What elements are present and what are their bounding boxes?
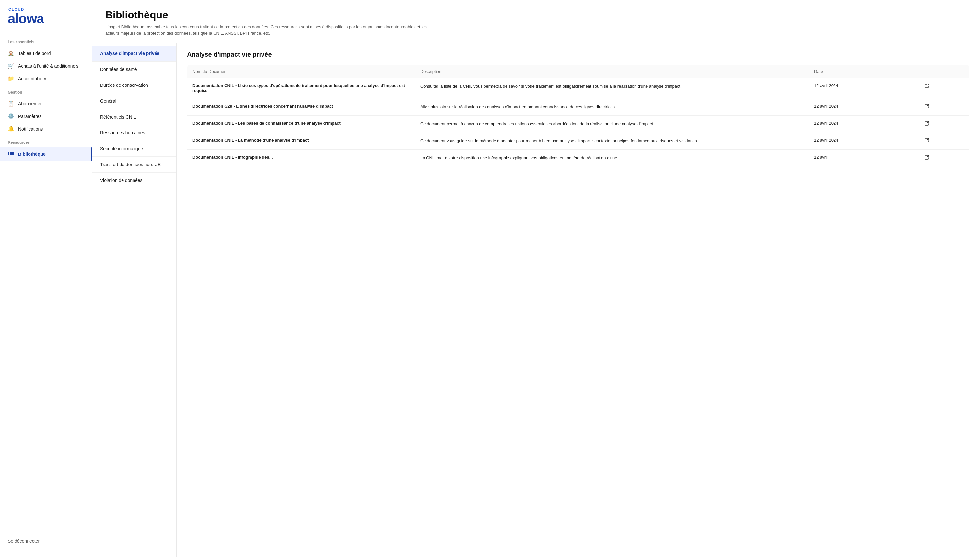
- sidebar-item-label: Accountability: [18, 76, 46, 81]
- category-item-analyse-impact[interactable]: Analyse d'impact vie privée: [92, 46, 176, 62]
- table-row: Documentation CNIL - Les bases de connai…: [187, 115, 970, 132]
- sidebar-item-notifications[interactable]: 🔔 Notifications: [0, 122, 92, 135]
- doc-link-2[interactable]: [919, 115, 969, 132]
- category-item-transfert-donnees[interactable]: Transfert de données hors UE: [92, 157, 176, 173]
- doc-name-4: Documentation CNIL - Infographie des...: [187, 149, 415, 166]
- doc-link-3[interactable]: [919, 132, 969, 150]
- logo-area: CLOUD alowa: [0, 8, 92, 35]
- sidebar-item-label: Notifications: [18, 126, 43, 132]
- svg-rect-2: [11, 151, 14, 155]
- page-title: Bibliothèque: [105, 9, 967, 21]
- doc-name-1: Documentation G29 - Lignes directrices c…: [187, 98, 415, 116]
- category-item-ressources-humaines[interactable]: Ressources humaines: [92, 125, 176, 141]
- logout-link[interactable]: Se déconnecter: [8, 539, 39, 544]
- main-content: Bibliothèque L'onglet Bibliothèque rasse…: [92, 0, 980, 557]
- category-item-donnees-sante[interactable]: Données de santé: [92, 62, 176, 77]
- category-label: Général: [100, 98, 116, 104]
- category-item-violation-donnees[interactable]: Violation de données: [92, 173, 176, 189]
- col-header-date: Date: [809, 65, 919, 78]
- doc-desc-0: Consulter la liste de la CNIL vous perme…: [415, 78, 809, 98]
- doc-name-0: Documentation CNIL - Liste des types d'o…: [187, 78, 415, 98]
- category-item-durees-conservation[interactable]: Durées de conservation: [92, 77, 176, 93]
- sidebar-item-label: Paramètres: [18, 114, 41, 119]
- doc-desc-3: Ce document vous guide sur la méthode à …: [415, 132, 809, 150]
- sidebar-item-parametres[interactable]: ⚙️ Paramètres: [0, 110, 92, 122]
- svg-rect-0: [8, 151, 10, 155]
- logo: CLOUD alowa: [8, 8, 84, 26]
- logo-brand-label: alowa: [8, 12, 84, 26]
- svg-rect-1: [10, 151, 11, 155]
- doc-desc-4: La CNIL met à votre disposition une info…: [415, 149, 809, 166]
- doc-link-1[interactable]: [919, 98, 969, 116]
- doc-date-1: 12 avril 2024: [809, 98, 919, 116]
- doc-desc-1: Allez plus loin sur la réalisation des a…: [415, 98, 809, 116]
- cart-icon: 🛒: [8, 63, 14, 69]
- doc-date-3: 12 avril 2024: [809, 132, 919, 150]
- doc-date-2: 12 avril 2024: [809, 115, 919, 132]
- category-label: Transfert de données hors UE: [100, 162, 161, 167]
- doc-name-3: Documentation CNIL - La méthode d'une an…: [187, 132, 415, 150]
- col-header-name: Nom du Document: [187, 65, 415, 78]
- doc-desc-2: Ce document permet à chacun de comprendr…: [415, 115, 809, 132]
- category-label: Analyse d'impact vie privée: [100, 51, 160, 56]
- clipboard-icon: 📋: [8, 100, 14, 107]
- documents-panel: Analyse d'impact vie privée Nom du Docum…: [176, 43, 980, 557]
- doc-date-0: 12 avril 2024: [809, 78, 919, 98]
- main-header: Bibliothèque L'onglet Bibliothèque rasse…: [92, 0, 980, 43]
- category-label: Données de santé: [100, 67, 137, 72]
- documents-panel-title: Analyse d'impact vie privée: [187, 51, 970, 58]
- sidebar-bottom: Se déconnecter: [0, 533, 92, 549]
- doc-name-2: Documentation CNIL - Les bases de connai…: [187, 115, 415, 132]
- table-row: Documentation CNIL - La méthode d'une an…: [187, 132, 970, 150]
- sidebar-item-tableau-de-bord[interactable]: 🏠 Tableau de bord: [0, 47, 92, 60]
- folder-icon: 📁: [8, 75, 14, 81]
- section-label-ressources: Ressources: [0, 135, 92, 147]
- sidebar-item-label: Abonnement: [18, 101, 44, 106]
- sidebar-item-label: Tableau de bord: [18, 51, 51, 56]
- main-body: Analyse d'impact vie privée Données de s…: [92, 43, 980, 557]
- sidebar-item-label: Bibliothèque: [18, 151, 46, 157]
- category-nav: Analyse d'impact vie privée Données de s…: [92, 43, 176, 557]
- documents-table: Nom du Document Description Date Documen…: [187, 65, 970, 166]
- category-item-general[interactable]: Général: [92, 93, 176, 109]
- sidebar: CLOUD alowa Les essentiels 🏠 Tableau de …: [0, 0, 92, 557]
- doc-link-4[interactable]: [919, 149, 969, 166]
- sidebar-item-achats[interactable]: 🛒 Achats à l'unité & additionnels: [0, 60, 92, 72]
- sidebar-item-accountability[interactable]: 📁 Accountability: [0, 72, 92, 85]
- table-row: Documentation G29 - Lignes directrices c…: [187, 98, 970, 116]
- home-icon: 🏠: [8, 50, 14, 56]
- category-item-securite-informatique[interactable]: Sécurité informatique: [92, 141, 176, 157]
- col-header-action: [919, 65, 969, 78]
- table-row: Documentation CNIL - Liste des types d'o…: [187, 78, 970, 98]
- section-label-gestion: Gestion: [0, 85, 92, 97]
- category-item-referentiels-cnil[interactable]: Référentiels CNIL: [92, 109, 176, 125]
- sidebar-item-abonnement[interactable]: 📋 Abonnement: [0, 97, 92, 110]
- table-row: Documentation CNIL - Infographie des... …: [187, 149, 970, 166]
- doc-link-0[interactable]: [919, 78, 969, 98]
- sidebar-item-bibliotheque[interactable]: Bibliothèque: [0, 147, 92, 161]
- category-label: Durées de conservation: [100, 83, 148, 88]
- section-label-essentiels: Les essentiels: [0, 35, 92, 47]
- gear-icon: ⚙️: [8, 113, 14, 119]
- category-label: Ressources humaines: [100, 130, 145, 135]
- category-label: Violation de données: [100, 178, 142, 183]
- bell-icon: 🔔: [8, 125, 14, 132]
- library-icon: [8, 151, 14, 158]
- sidebar-item-label: Achats à l'unité & additionnels: [18, 64, 78, 68]
- doc-date-4: 12 avril: [809, 149, 919, 166]
- category-label: Référentiels CNIL: [100, 114, 136, 119]
- page-description: L'onglet Bibliothèque rassemble tous les…: [105, 24, 430, 36]
- col-header-description: Description: [415, 65, 809, 78]
- category-label: Sécurité informatique: [100, 146, 143, 151]
